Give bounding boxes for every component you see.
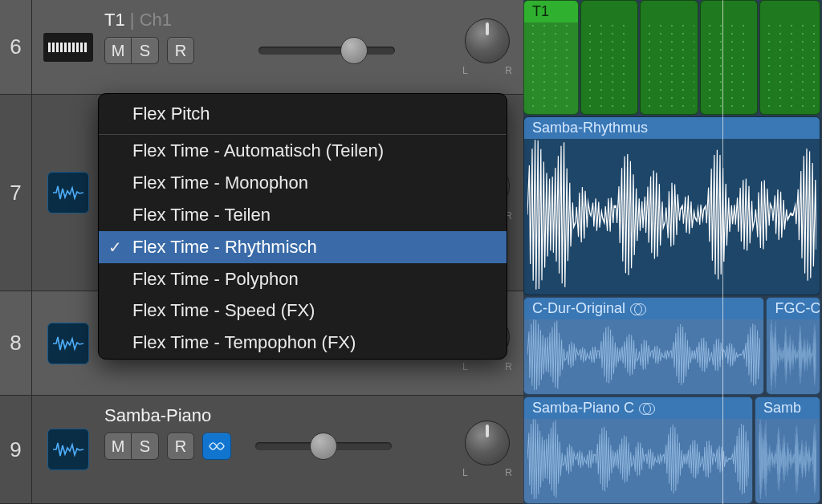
midi-content	[527, 22, 575, 111]
flex-menu-item-label: Flex Time - Rhythmisch	[132, 237, 317, 257]
flex-icon	[208, 440, 226, 453]
pan-right-label: R	[505, 467, 512, 478]
flex-menu-item[interactable]: Flex Time - Tempophon (FX)	[99, 327, 507, 359]
pan-knob[interactable]	[465, 18, 510, 63]
region[interactable]: Samba-Rhythmus	[523, 116, 820, 295]
region[interactable]	[759, 0, 820, 115]
region-header	[641, 1, 697, 6]
solo-button[interactable]: S	[132, 433, 159, 460]
flex-menu-item[interactable]: Flex Time - Automatisch (Teilen)	[99, 135, 507, 167]
arrange-row: T1	[523, 0, 822, 115]
flex-menu-header[interactable]: Flex Pitch	[99, 94, 507, 135]
pan-right-label: R	[505, 65, 512, 76]
waveform-glyph	[52, 440, 84, 459]
stereo-icon	[630, 303, 645, 315]
region-label: Samb	[763, 400, 801, 417]
track-icon-cell	[32, 396, 104, 503]
waveform-glyph	[52, 183, 84, 202]
track-row[interactable]: 9 Samba-Piano M S R	[0, 396, 523, 504]
solo-button[interactable]: S	[132, 37, 159, 64]
region[interactable]: T1	[523, 0, 579, 115]
region-header: T1	[524, 1, 578, 22]
pan-left-label: L	[462, 361, 468, 372]
region-label: T1	[532, 3, 549, 20]
track-icon-cell	[32, 291, 104, 395]
track-number: 7	[0, 95, 32, 291]
arrange-row: Samba-Piano CSamb	[523, 396, 822, 504]
flex-menu-item-label: Flex Time - Automatisch (Teilen)	[132, 140, 384, 161]
record-button[interactable]: R	[167, 37, 194, 64]
waveform-content	[759, 418, 816, 500]
waveform-content	[527, 138, 816, 291]
region-header: Samba-Rhythmus	[524, 117, 820, 139]
region[interactable]	[580, 0, 638, 115]
track-title[interactable]: Samba-Piano	[104, 405, 445, 426]
pan-labels: L R	[462, 467, 512, 478]
track-controls: M S R	[104, 37, 445, 64]
region-header: Samba-Piano C	[524, 397, 752, 419]
flex-menu-item-label: Flex Time - Polyphon	[132, 269, 299, 289]
track-channel-sep: |	[130, 10, 140, 30]
arrange-row: Samba-Rhythmus	[523, 116, 822, 295]
flex-menu-item[interactable]: Flex Time - Polyphon	[99, 263, 507, 295]
slider-rail	[258, 47, 395, 55]
midi-content	[644, 22, 694, 111]
region[interactable]: Samb	[755, 396, 820, 504]
keyboard-icon	[43, 33, 93, 62]
volume-slider[interactable]	[258, 43, 395, 58]
record-button[interactable]: R	[167, 433, 194, 460]
region[interactable]: FGC-C	[766, 297, 820, 395]
track-icon-cell	[32, 95, 104, 291]
track-row[interactable]: 6 T1 | Ch1 M S R	[0, 0, 523, 95]
region-label: Samba-Piano C	[532, 400, 634, 417]
pan-labels: L R	[462, 65, 512, 76]
flex-menu-item-label: Flex Time - Teilen	[132, 205, 271, 225]
playhead[interactable]	[722, 0, 723, 504]
slider-thumb[interactable]	[340, 37, 368, 64]
region[interactable]	[640, 0, 698, 115]
track-number: 8	[0, 291, 32, 395]
region-header	[581, 1, 637, 6]
midi-content	[584, 22, 634, 111]
pan-left-label: L	[462, 65, 468, 76]
mute-button[interactable]: M	[104, 37, 132, 64]
flex-menu-item[interactable]: Flex Time - Speed (FX)	[99, 295, 507, 327]
region-header: Samb	[755, 397, 820, 419]
region-label: C-Dur-Original	[532, 300, 625, 317]
waveform-content	[527, 418, 749, 500]
waveform-content	[770, 319, 816, 391]
waveform-content	[527, 319, 760, 391]
waveform-icon	[47, 323, 89, 364]
region-header	[701, 1, 757, 6]
pan-right-label: R	[505, 361, 512, 372]
track-controls: M S R	[104, 433, 445, 460]
pan-left-label: L	[462, 467, 468, 478]
mute-button[interactable]: M	[104, 433, 132, 460]
track-number: 6	[0, 0, 32, 94]
region-label: Samba-Rhythmus	[532, 120, 648, 136]
region-header: C-Dur-Original	[524, 298, 763, 319]
waveform-icon	[47, 429, 89, 470]
track-title[interactable]: T1 | Ch1	[104, 10, 445, 30]
track-number: 9	[0, 396, 32, 503]
mute-solo-group: M S	[104, 433, 159, 460]
arrange-area[interactable]: T1Samba-RhythmusC-Dur-OriginalFGC-CSamba…	[523, 0, 822, 504]
track-body: T1 | Ch1 M S R	[104, 0, 451, 94]
flex-menu-item[interactable]: Flex Time - Monophon	[99, 167, 507, 199]
flex-mode-menu[interactable]: Flex Pitch Flex Time - Automatisch (Teil…	[98, 93, 507, 360]
mute-solo-group: M S	[104, 37, 159, 64]
flex-menu-item-label: Flex Time - Monophon	[132, 173, 308, 193]
region[interactable]	[700, 0, 758, 115]
flex-menu-item[interactable]: Flex Time - Teilen	[99, 199, 507, 231]
pan-knob[interactable]	[465, 421, 510, 465]
waveform-icon	[47, 172, 89, 213]
track-name-label: T1	[104, 10, 125, 30]
flex-menu-item[interactable]: ✓Flex Time - Rhythmisch	[99, 231, 507, 263]
volume-slider[interactable]	[255, 439, 392, 453]
flex-button[interactable]	[202, 433, 231, 460]
slider-thumb[interactable]	[310, 433, 337, 460]
region[interactable]: Samba-Piano C	[523, 396, 753, 504]
region[interactable]: C-Dur-Original	[523, 297, 764, 395]
track-icon-cell	[32, 0, 104, 94]
track-name-label: Samba-Piano	[104, 405, 211, 425]
